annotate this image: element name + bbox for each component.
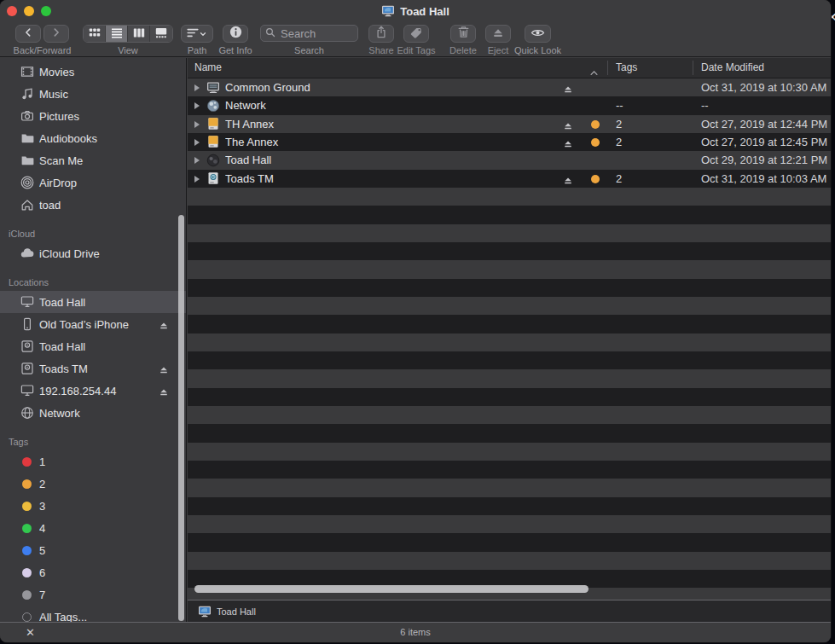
sidebar-item-icloud-drive[interactable]: iCloud Drive <box>0 242 186 264</box>
file-tags: 2 <box>616 170 622 188</box>
sidebar-item-2[interactable]: 2 <box>0 473 186 495</box>
sidebar-item-audiobooks[interactable]: Audiobooks <box>0 127 186 149</box>
file-row-toads-tm[interactable]: Toads TM2Oct 31, 2019 at 10:03 AM <box>188 170 831 188</box>
view-as-icons[interactable] <box>84 26 106 42</box>
get-info-button[interactable] <box>223 25 248 43</box>
delete-button[interactable] <box>450 25 476 43</box>
toolbar: Back/ForwardViewPathGet InfoSearchShareE… <box>0 22 831 57</box>
sidebar-item-music[interactable]: Music <box>0 83 186 105</box>
sidebar-item-network[interactable]: Network <box>0 402 186 424</box>
column-divider[interactable] <box>607 61 608 75</box>
view-segmented-control <box>83 25 173 43</box>
column-divider[interactable] <box>693 61 693 75</box>
path-item-label[interactable]: Toad Hall <box>217 606 256 617</box>
view-as-columns[interactable] <box>128 26 150 42</box>
edit-tags-button[interactable] <box>403 25 429 43</box>
file-date-modified: Oct 29, 2019 at 12:21 PM <box>701 151 831 169</box>
sidebar-item-airdrop[interactable]: AirDrop <box>0 171 186 194</box>
forward-button[interactable] <box>43 25 69 43</box>
search-icon <box>265 26 275 41</box>
path-button[interactable] <box>181 25 213 43</box>
column-header-name[interactable]: Name <box>194 58 222 78</box>
sidebar-item-pictures[interactable]: Pictures <box>0 105 186 127</box>
file-row-common-ground[interactable]: Common GroundOct 31, 2019 at 10:30 AM <box>188 78 831 96</box>
sidebar-item-scan-me[interactable]: Scan Me <box>0 149 186 171</box>
sidebar-item-label: All Tags... <box>39 611 157 624</box>
disclosure-triangle-icon[interactable] <box>194 139 200 146</box>
titlebar[interactable]: Toad Hall <box>0 0 831 22</box>
chevron-down-icon <box>199 26 207 42</box>
folder-icon <box>20 154 34 167</box>
toolbar-label: Get Info <box>218 45 252 55</box>
sidebar-scrollbar[interactable] <box>178 215 184 621</box>
quick-look-button[interactable] <box>525 25 551 43</box>
file-name: Network <box>225 96 549 114</box>
column-header-tags[interactable]: Tags <box>616 58 637 78</box>
yellow-drive-icon <box>206 135 220 148</box>
eject-icon[interactable] <box>563 174 573 184</box>
eject-button[interactable] <box>485 25 511 43</box>
disclosure-triangle-icon[interactable] <box>194 121 200 128</box>
sidebar-item-192-168-254-44[interactable]: 192.168.254.44 <box>0 380 186 402</box>
proxy-display-icon[interactable] <box>381 4 395 18</box>
view-as-list[interactable] <box>106 26 128 42</box>
sidebar-item-3[interactable]: 3 <box>0 495 186 517</box>
sidebar-item-label: toad <box>39 199 157 212</box>
sidebar-item-label: Toads TM <box>39 363 157 375</box>
sidebar-item-5[interactable]: 5 <box>0 539 186 561</box>
sidebar-section-header: Locations <box>0 274 186 291</box>
file-row-toad-hall[interactable]: Toad HallOct 29, 2019 at 12:21 PM <box>188 151 831 169</box>
sidebar-item-4[interactable]: 4 <box>0 517 186 539</box>
dark-disk-icon <box>206 154 220 167</box>
sidebar-item-7[interactable]: 7 <box>0 583 186 606</box>
sidebar-item-label: 1 <box>39 455 157 468</box>
eject-icon[interactable] <box>563 137 573 148</box>
toolbar-label: View <box>118 45 138 55</box>
sidebar-item-1[interactable]: 1 <box>0 450 186 473</box>
sidebar-item-toad-hall[interactable]: Toad Hall <box>0 335 186 357</box>
cloud-icon <box>20 247 34 260</box>
sidebar-item-all-tags-[interactable]: All Tags... <box>0 606 186 623</box>
sidebar-item-label: Pictures <box>39 110 157 123</box>
file-row-network[interactable]: Network---- <box>188 96 831 114</box>
view-gallery-icon <box>155 26 167 42</box>
sidebar-item-label: Scan Me <box>39 154 157 167</box>
sidebar-item-toads-tm[interactable]: Toads TM <box>0 357 186 380</box>
disclosure-triangle-icon[interactable] <box>194 102 200 109</box>
toolbar-group-get-info: Get Info <box>223 22 248 43</box>
disclosure-triangle-icon[interactable] <box>194 157 200 164</box>
sidebar-item-toad[interactable]: toad <box>0 194 186 216</box>
file-row-the-annex[interactable]: The Annex2Oct 27, 2019 at 12:45 PM <box>188 133 831 151</box>
sidebar-item-toad-hall[interactable]: Toad Hall <box>0 291 186 313</box>
sidebar-item-label: Toad Hall <box>39 340 157 353</box>
disclosure-triangle-icon[interactable] <box>194 84 200 91</box>
disclosure-triangle-icon[interactable] <box>194 176 200 183</box>
sidebar-item-6[interactable]: 6 <box>0 561 186 583</box>
tag-color-dot-icon <box>22 524 32 533</box>
file-date-modified: -- <box>701 96 831 114</box>
window-title: Toad Hall <box>400 5 449 18</box>
horizontal-scrollbar[interactable] <box>194 585 589 593</box>
sidebar-item-label: 2 <box>39 478 157 490</box>
file-row-th-annex[interactable]: TH Annex2Oct 27, 2019 at 12:44 PM <box>188 115 831 133</box>
shared-computer-icon <box>206 81 220 95</box>
column-header-date-modified[interactable]: Date Modified <box>701 58 764 78</box>
back-button[interactable] <box>15 25 41 43</box>
file-date-modified: Oct 27, 2019 at 12:45 PM <box>701 133 831 151</box>
search-input[interactable] <box>279 26 353 41</box>
eject-icon[interactable] <box>563 83 573 93</box>
eject-icon[interactable] <box>159 386 169 396</box>
eject-icon[interactable] <box>159 363 169 374</box>
folder-icon <box>20 131 34 145</box>
eject-icon[interactable] <box>159 319 169 329</box>
list-rows: Common GroundOct 31, 2019 at 10:30 AMNet… <box>188 78 831 600</box>
sidebar-item-old-toad-s-iphone[interactable]: Old Toad’s iPhone <box>0 313 186 335</box>
tag-color-dot-icon <box>591 175 600 183</box>
path-bar: Toad Hall <box>188 600 831 623</box>
film-icon <box>20 65 34 78</box>
sidebar-item-movies[interactable]: Movies <box>0 61 186 83</box>
eject-icon[interactable] <box>563 119 573 130</box>
search-field[interactable] <box>260 25 358 42</box>
view-as-gallery[interactable] <box>150 26 172 42</box>
share-button[interactable] <box>368 25 394 43</box>
